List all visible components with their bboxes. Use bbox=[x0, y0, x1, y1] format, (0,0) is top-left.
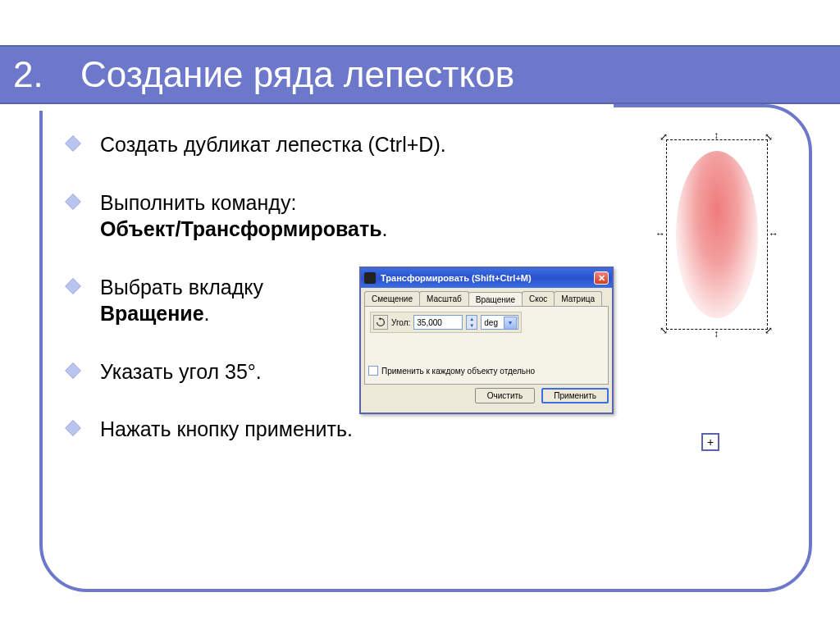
rotate-ccw-icon[interactable] bbox=[373, 315, 388, 330]
slide-title-bar: 2. Создание ряда лепестков bbox=[0, 45, 840, 104]
petal-shape bbox=[676, 151, 758, 318]
resize-handle-icon bbox=[656, 230, 664, 238]
bullet-item: Выполнить команду: Объект/Трансформирова… bbox=[67, 189, 502, 243]
title-number: 2. bbox=[13, 54, 80, 95]
tab-matrix[interactable]: Матрица bbox=[554, 291, 602, 306]
resize-handle-icon bbox=[769, 230, 778, 238]
close-icon[interactable]: ✕ bbox=[594, 271, 609, 285]
dialog-footer: Применить к каждому объекту отдельно bbox=[368, 366, 605, 381]
petal-illustration bbox=[653, 133, 781, 336]
dialog-title: Трансформировать (Shift+Ctrl+M) bbox=[381, 273, 594, 283]
dialog-body: Угол: 35,000 ▲▼ deg Применить к каждому … bbox=[364, 306, 609, 385]
resize-handle-icon bbox=[660, 133, 668, 141]
cross-mark: + bbox=[701, 433, 719, 451]
apply-each-checkbox-row[interactable]: Применить к каждому объекту отдельно bbox=[368, 366, 605, 376]
tab-scale[interactable]: Масштаб bbox=[419, 291, 469, 306]
bullet-item: Нажать кнопку применить. bbox=[67, 416, 502, 443]
bullet-item: Создать дубликат лепестка (Ctrl+D). bbox=[67, 131, 502, 158]
apply-button[interactable]: Применить bbox=[541, 388, 609, 403]
bullet-text: Выбрать вкладку Вращение. bbox=[100, 274, 263, 327]
diamond-icon bbox=[65, 362, 81, 379]
resize-handle-icon bbox=[765, 133, 773, 141]
checkbox-icon[interactable] bbox=[368, 366, 378, 376]
diamond-icon bbox=[65, 194, 81, 210]
tab-skew[interactable]: Скос bbox=[522, 291, 555, 306]
resize-handle-icon bbox=[712, 330, 720, 338]
resize-handle-icon bbox=[660, 326, 668, 335]
clear-button[interactable]: Очистить bbox=[475, 388, 536, 403]
tab-rotate[interactable]: Вращение bbox=[468, 292, 523, 307]
diamond-icon bbox=[65, 135, 81, 152]
bullet-text: Создать дубликат лепестка (Ctrl+D). bbox=[100, 131, 446, 158]
unit-select[interactable]: deg bbox=[481, 315, 518, 330]
diamond-icon bbox=[65, 278, 81, 294]
dialog-buttons: Очистить Применить bbox=[361, 388, 612, 407]
checkbox-label: Применить к каждому объекту отдельно bbox=[381, 367, 535, 376]
bullet-text: Нажать кнопку применить. bbox=[100, 416, 353, 443]
bullet-text: Указать угол 35°. bbox=[100, 358, 262, 385]
resize-handle-icon bbox=[712, 131, 720, 139]
dialog-tabs: Смещение Масштаб Вращение Скос Матрица bbox=[361, 288, 612, 306]
diamond-icon bbox=[65, 420, 81, 436]
resize-handle-icon bbox=[765, 326, 773, 335]
angle-spinner[interactable]: ▲▼ bbox=[466, 315, 477, 330]
title-text: Создание ряда лепестков bbox=[80, 54, 514, 95]
angle-row: Угол: 35,000 ▲▼ deg bbox=[370, 312, 522, 333]
bullet-text: Выполнить команду: Объект/Трансформирова… bbox=[100, 189, 388, 243]
tab-offset[interactable]: Смещение bbox=[364, 291, 420, 306]
app-icon bbox=[364, 272, 376, 284]
transform-dialog: Трансформировать (Shift+Ctrl+M) ✕ Смещен… bbox=[359, 267, 614, 414]
angle-label: Угол: bbox=[391, 318, 410, 327]
angle-input[interactable]: 35,000 bbox=[413, 315, 463, 330]
dialog-titlebar[interactable]: Трансформировать (Shift+Ctrl+M) ✕ bbox=[361, 268, 612, 288]
